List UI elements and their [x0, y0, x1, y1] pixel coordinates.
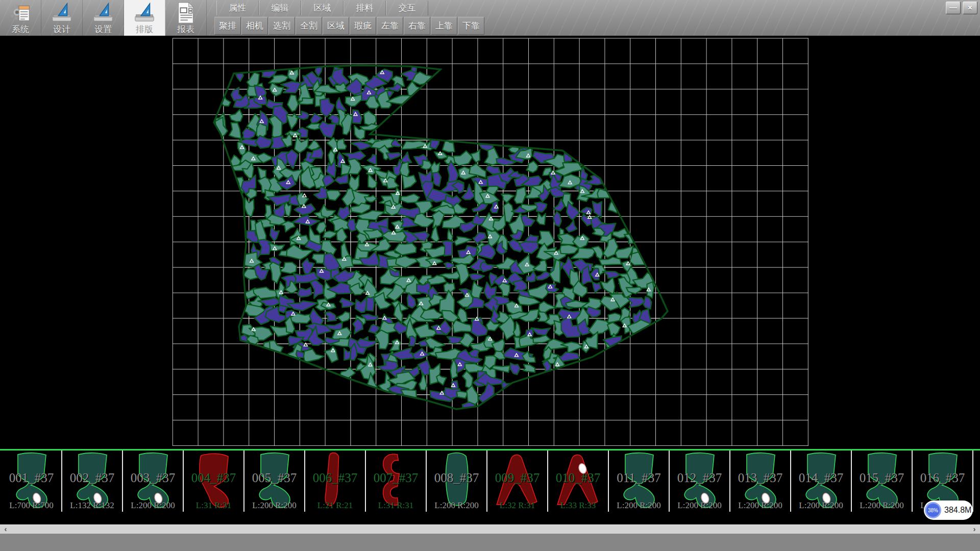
- memory-percent-label: 38%: [928, 508, 938, 513]
- piece-id-label: 003_#37: [123, 471, 183, 485]
- piece-id-label: 009_#37: [487, 471, 547, 485]
- memory-usage-badge: 38% 384.8M: [924, 500, 973, 520]
- scroll-right-icon[interactable]: ›: [969, 525, 980, 534]
- menu-tab-row: 属性编辑区域排料交互: [216, 1, 428, 15]
- piece-lr-count-label: L:200 R:200: [123, 500, 183, 511]
- app-button-settings[interactable]: 设置: [83, 0, 124, 36]
- tool-button-select-cut[interactable]: 选割: [268, 17, 295, 35]
- app-button-label: 系统: [12, 24, 29, 35]
- tool-button-align-right[interactable]: 右靠: [404, 17, 430, 35]
- piece-lr-count-label: L:200 R:200: [244, 500, 304, 511]
- app-button-design[interactable]: 设计: [41, 0, 83, 36]
- piece-lr-count-label: L:700 R:700: [2, 500, 61, 511]
- piece-lr-count-label: L:200 R:200: [609, 500, 669, 511]
- minimize-button[interactable]: —: [946, 2, 961, 14]
- piece-thumbnail[interactable]: 013_#37L:200 R:200: [730, 450, 791, 512]
- tool-button-row: 聚排相机选割全割区域瑕疵左靠右靠上靠下靠: [214, 17, 485, 34]
- piece-lr-count-label: L:200 R:200: [791, 500, 851, 511]
- piece-thumbnail[interactable]: 007_#37L:31 R:31: [366, 450, 427, 512]
- menu-tab-nesting[interactable]: 排料: [344, 1, 386, 15]
- piece-id-label: 016_#37: [913, 471, 972, 485]
- app-button-report[interactable]: 报表: [165, 0, 207, 36]
- app-button-label: 设计: [53, 24, 70, 35]
- tool-button-align-top[interactable]: 上靠: [431, 17, 457, 35]
- piece-thumbnail[interactable]: 012_#37L:200 R:200: [670, 450, 730, 512]
- piece-lr-count-label: L:200 R:200: [730, 500, 790, 511]
- tool-button-align-bottom[interactable]: 下靠: [458, 17, 484, 35]
- tool-button-cut-all[interactable]: 全割: [296, 17, 322, 35]
- window-controls: — ×: [946, 2, 977, 14]
- piece-id-label: 012_#37: [670, 471, 729, 485]
- piece-lr-count-label: L:21 R:21: [305, 500, 365, 511]
- piece-thumbnail[interactable]: 017_#37L:200 R:200: [973, 450, 980, 512]
- piece-lr-count-label: L:200 R:200: [670, 500, 729, 511]
- app-button-label: 报表: [177, 24, 194, 35]
- piece-thumbnail[interactable]: 011_#37L:200 R:200: [609, 450, 670, 512]
- piece-id-label: 010_#37: [548, 471, 608, 485]
- piece-lr-count-label: L:200 R:200: [973, 500, 980, 511]
- piece-lr-count-label: L:200 R:200: [852, 500, 912, 511]
- menu-tab-region[interactable]: 区域: [301, 1, 344, 15]
- tool-button-cluster-nest[interactable]: 聚排: [214, 17, 241, 35]
- piece-thumbnail[interactable]: 006_#37L:21 R:21: [305, 450, 366, 512]
- piece-id-label: 013_#37: [730, 471, 790, 485]
- ruler-icon: [91, 1, 115, 24]
- piece-thumbnail[interactable]: 014_#37L:200 R:200: [791, 450, 852, 512]
- nesting-canvas[interactable]: [0, 36, 980, 449]
- tool-button-camera[interactable]: 相机: [241, 17, 268, 35]
- menu-tab-interactive[interactable]: 交互: [386, 1, 428, 15]
- menu-tab-properties[interactable]: 属性: [216, 1, 259, 15]
- piece-lr-count-label: L:32 R:31: [487, 500, 547, 511]
- piece-thumbnail[interactable]: 009_#37L:32 R:31: [487, 450, 548, 512]
- piece-id-label: 017_#37: [973, 471, 980, 485]
- app-button-label: 设置: [94, 24, 112, 35]
- piece-lr-count-label: L:31 R:31: [184, 500, 243, 511]
- app-button-label: 排版: [136, 24, 153, 35]
- piece-id-label: 011_#37: [609, 471, 669, 485]
- tool-button-defect[interactable]: 瑕疵: [350, 17, 376, 35]
- report-icon: [174, 1, 198, 24]
- main-mode-buttons: 系统设计设置排版报表: [0, 0, 207, 36]
- piece-id-label: 007_#37: [366, 471, 426, 485]
- tool-button-region[interactable]: 区域: [323, 17, 349, 35]
- piece-thumbnail[interactable]: 008_#37L:200 R:200: [427, 450, 487, 512]
- memory-percent-indicator: 38%: [925, 502, 941, 518]
- piece-thumbnail[interactable]: 003_#37L:200 R:200: [123, 450, 184, 512]
- piece-thumbnail[interactable]: 002_#37L:132 R:132: [62, 450, 123, 512]
- piece-id-label: 015_#37: [852, 471, 912, 485]
- piece-id-label: 006_#37: [305, 471, 365, 485]
- scroll-left-icon[interactable]: ‹: [0, 525, 11, 534]
- horizontal-scrollbar[interactable]: ‹ ›: [0, 524, 980, 534]
- piece-id-label: 002_#37: [62, 471, 122, 485]
- status-bar: [0, 534, 980, 551]
- piece-thumbnail[interactable]: 001_#37L:700 R:700: [2, 450, 62, 512]
- piece-id-label: 005_#37: [244, 471, 304, 485]
- titlebar-toolbar: 系统设计设置排版报表 属性编辑区域排料交互 聚排相机选割全割区域瑕疵左靠右靠上靠…: [0, 0, 980, 36]
- ruler-icon: [50, 1, 74, 24]
- piece-thumbnail[interactable]: 005_#37L:200 R:200: [244, 450, 305, 512]
- piece-lr-count-label: L:33 R:33: [548, 500, 608, 511]
- piece-lr-count-label: L:31 R:31: [366, 500, 426, 511]
- menu-tab-edit[interactable]: 编辑: [259, 1, 301, 15]
- piece-id-label: 001_#37: [2, 471, 61, 485]
- piece-id-label: 004_#37: [184, 471, 243, 485]
- memory-size-label: 384.8M: [944, 506, 971, 515]
- piece-thumbnail[interactable]: 010_#37L:33 R:33: [548, 450, 609, 512]
- application-window: 系统设计设置排版报表 属性编辑区域排料交互 聚排相机选割全割区域瑕疵左靠右靠上靠…: [0, 0, 980, 551]
- piece-lr-count-label: L:132 R:132: [62, 500, 122, 511]
- app-button-system[interactable]: 系统: [0, 0, 41, 36]
- piece-id-label: 014_#37: [791, 471, 851, 485]
- ruler-icon: [132, 1, 157, 24]
- piece-lr-count-label: L:200 R:200: [427, 500, 486, 511]
- piece-id-label: 008_#37: [427, 471, 486, 485]
- piece-thumbnail[interactable]: 004_#37L:31 R:31: [184, 450, 244, 512]
- app-button-layout[interactable]: 排版: [124, 0, 165, 36]
- close-button[interactable]: ×: [963, 2, 977, 14]
- piece-thumbnail[interactable]: 015_#37L:200 R:200: [852, 450, 913, 512]
- piece-thumbnail-strip: 001_#37L:700 R:700002_#37L:132 R:132003_…: [0, 450, 980, 512]
- gear-icon: [8, 1, 33, 24]
- tool-button-align-left[interactable]: 左靠: [377, 17, 403, 35]
